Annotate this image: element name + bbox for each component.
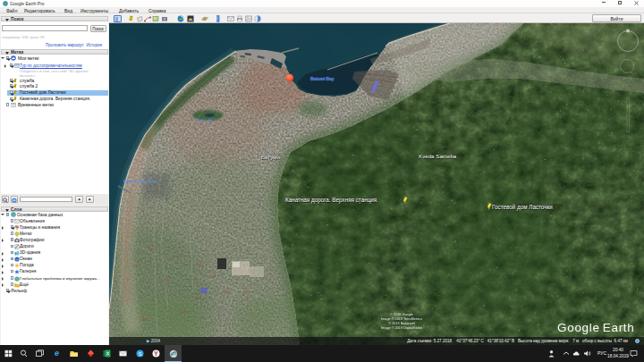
svg-text:© 2018 Basarsoft: © 2018 Basarsoft <box>388 322 415 325</box>
svg-text:Image © 2019 DigitalGlobe: Image © 2019 DigitalGlobe <box>381 326 422 330</box>
svg-text:© 2018 Google: © 2018 Google <box>390 313 413 316</box>
svg-text:Y: Y <box>154 350 158 357</box>
svg-text:GoogleEarth: GoogleEarth <box>557 321 635 334</box>
svg-text:S: S <box>138 351 141 357</box>
svg-text:Image © 2019 TerraMetrics: Image © 2019 TerraMetrics <box>381 317 422 321</box>
